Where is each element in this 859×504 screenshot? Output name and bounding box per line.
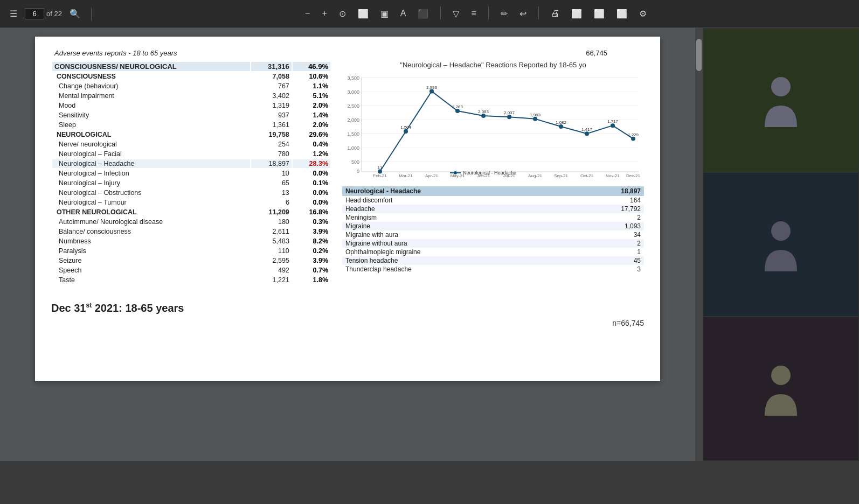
svg-text:1,963: 1,963 <box>530 113 541 117</box>
row-value: 19,758 <box>251 130 292 139</box>
table-row: Neurological – Obstructions 13 0.0% <box>52 188 330 197</box>
svg-text:Sep-21: Sep-21 <box>554 173 568 178</box>
sub-table-header: Neurological - Headache 18,897 <box>342 186 644 196</box>
row-pct: 46.9% <box>293 62 330 71</box>
adverse-events-label: Adverse events reports - 18 to 65 years <box>52 48 515 58</box>
grid-view-button[interactable]: ▣ <box>377 6 392 21</box>
row-label: Seizure <box>52 256 250 265</box>
row-value: 937 <box>251 111 292 120</box>
filter-button[interactable]: ▽ <box>449 6 462 21</box>
table-row-neurological-headache: Neurological – Headache 18,897 28.3% <box>52 159 330 168</box>
page-number-input[interactable] <box>25 8 44 19</box>
row-pct: 0.1% <box>293 179 330 187</box>
sub-row-value: 1,093 <box>571 222 644 230</box>
table-row: Sleep 1,361 2.0% <box>52 121 330 129</box>
svg-text:2,993: 2,993 <box>426 85 438 90</box>
table-row: Paralysis 110 0.2% <box>52 247 330 255</box>
row-pct: 5.1% <box>293 92 330 100</box>
svg-point-54 <box>771 221 791 241</box>
row-pct: 8.2% <box>293 237 330 246</box>
row-label: Speech <box>52 266 250 275</box>
sub-row-value: 1 <box>571 248 644 256</box>
sub-table-row: Headache 17,792 <box>342 205 644 213</box>
left-table: CONSCIOUSNESS/ NEUROLOGICAL 31,316 46.9%… <box>51 61 331 285</box>
table-row: Speech 492 0.7% <box>52 266 330 275</box>
row-pct: 3.9% <box>293 256 330 265</box>
page-total: of 22 <box>46 10 62 18</box>
pdf-viewer[interactable]: Adverse events reports - 18 to 65 years … <box>0 28 695 461</box>
document-footer: Dec 31st 2021: 18-65 years <box>51 302 644 314</box>
zoom-in-button[interactable]: + <box>318 6 330 21</box>
svg-text:2,263: 2,263 <box>452 104 463 109</box>
table-row: Seizure 2,595 3.9% <box>52 256 330 265</box>
fullscreen-button[interactable]: ⬜ <box>613 6 631 21</box>
svg-point-22 <box>507 115 511 119</box>
table-row: Numbness 5,483 8.2% <box>52 237 330 246</box>
svg-text:Apr-21: Apr-21 <box>425 173 439 178</box>
zoom-fit-button[interactable]: ⊙ <box>336 6 349 21</box>
row-label: OTHER NEUROLOGICAL <box>52 208 250 216</box>
text-tool-button[interactable]: A <box>397 6 410 21</box>
svg-text:3,000: 3,000 <box>347 89 359 95</box>
sub-row-label: Ophthalmoplegic migraine <box>342 248 571 256</box>
svg-text:2,037: 2,037 <box>504 110 515 115</box>
table-row: CONSCIOUSNESS 7,058 10.6% <box>52 72 330 81</box>
main-area: Adverse events reports - 18 to 65 years … <box>0 28 859 461</box>
svg-point-23 <box>533 117 537 121</box>
footer-superscript: st <box>86 302 92 309</box>
sub-row-value: 2 <box>571 239 644 248</box>
zoom-out-button[interactable]: − <box>302 6 313 21</box>
row-value: 10 <box>251 169 292 178</box>
svg-point-26 <box>611 123 615 128</box>
svg-text:Mar-21: Mar-21 <box>399 173 413 178</box>
filter2-button[interactable]: ≡ <box>468 6 479 21</box>
row-label: Autoimmune/ Neurological disease <box>52 218 250 226</box>
svg-text:1,717: 1,717 <box>607 119 619 124</box>
view-mode-button[interactable]: ⬜ <box>355 6 372 21</box>
row-label: Neurological – Obstructions <box>52 188 250 197</box>
svg-point-53 <box>771 77 791 96</box>
highlight-button[interactable]: ✏ <box>497 6 511 21</box>
svg-text:3,500: 3,500 <box>347 75 359 81</box>
export-button[interactable]: ⬜ <box>591 6 608 21</box>
svg-text:2,000: 2,000 <box>347 117 359 123</box>
table-row: Autoimmune/ Neurological disease 180 0.3… <box>52 218 330 226</box>
svg-text:1,504: 1,504 <box>400 125 412 130</box>
shape-tool-button[interactable]: ⬛ <box>414 6 432 21</box>
sub-row-value: 3 <box>571 265 644 274</box>
menu-icon[interactable]: ☰ <box>6 6 20 21</box>
table-row: Taste 1,221 1.8% <box>52 276 330 284</box>
row-value: 1,361 <box>251 121 292 129</box>
share-button[interactable]: ⬜ <box>568 6 585 21</box>
sub-row-value: 45 <box>571 256 644 265</box>
pdf-scrollbar[interactable] <box>695 28 703 461</box>
footer-text: Dec 31st 2021: 18-65 years <box>51 302 184 314</box>
row-value: 7,058 <box>251 72 292 81</box>
video-sidebar <box>703 28 859 461</box>
row-pct: 2.0% <box>293 121 330 129</box>
svg-point-25 <box>585 131 589 136</box>
row-pct: 0.0% <box>293 169 330 178</box>
row-label: NEUROLOGICAL <box>52 130 250 139</box>
row-label: CONSCIOUSNESS/ NEUROLOGICAL <box>52 62 250 71</box>
undo-button[interactable]: ↩ <box>516 6 530 21</box>
table-row: NEUROLOGICAL 19,758 29.6% <box>52 130 330 139</box>
row-pct: 10.6% <box>293 72 330 81</box>
row-label: Taste <box>52 276 250 284</box>
video-placeholder-2 <box>703 173 858 316</box>
toolbar-separator <box>91 8 92 20</box>
svg-text:500: 500 <box>351 159 359 165</box>
main-data-table: CONSCIOUSNESS/ NEUROLOGICAL 31,316 46.9%… <box>51 61 331 285</box>
row-value: 180 <box>251 218 292 226</box>
sub-table-row: Meningism 2 <box>342 213 644 222</box>
svg-text:Nov-21: Nov-21 <box>606 173 620 178</box>
row-pct: 29.6% <box>293 130 330 139</box>
scrollbar-thumb[interactable] <box>696 39 702 71</box>
video-panel-3 <box>703 317 859 461</box>
search-icon[interactable]: 🔍 <box>66 6 84 21</box>
row-pct: 1.1% <box>293 82 330 90</box>
settings-button[interactable]: ⚙ <box>636 6 650 21</box>
sub-table-row: Ophthalmoplegic migraine 1 <box>342 248 644 256</box>
print-button[interactable]: 🖨 <box>548 6 563 21</box>
table-row: OTHER NEUROLOGICAL 11,209 16.8% <box>52 208 330 216</box>
